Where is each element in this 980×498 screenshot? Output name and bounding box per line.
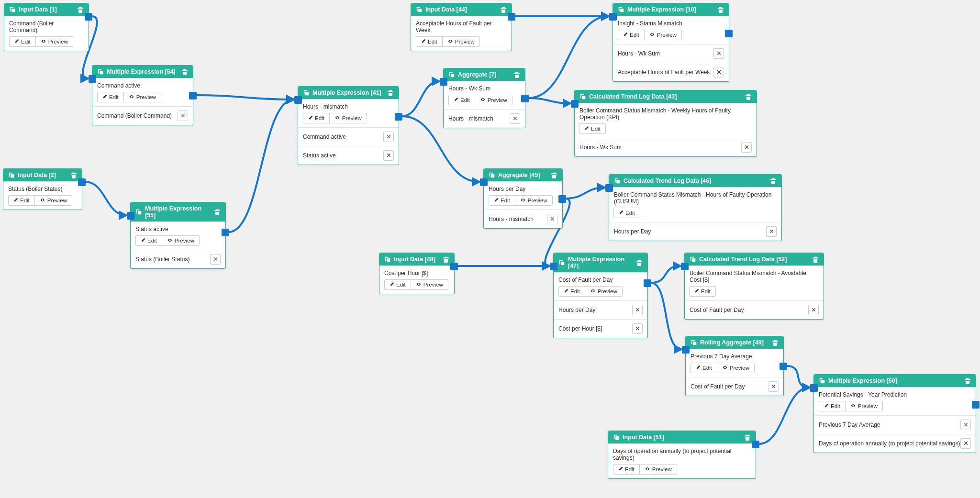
edit-button[interactable]: Edit [819,401,846,411]
node-header[interactable]: Input Data [44] [411,3,512,16]
edit-button[interactable]: Edit [613,208,640,218]
edit-button[interactable]: Edit [8,195,35,206]
node-n51[interactable]: Input Data [51]Days of operation annuall… [608,431,756,479]
connection-edge[interactable] [528,98,570,103]
connection-edge[interactable] [229,100,294,232]
edit-button[interactable]: Edit [303,113,330,123]
connection-edge[interactable] [402,81,439,116]
node-n41[interactable]: Multiple Expression [41]Hours - mismatch… [298,86,399,165]
remove-input-button[interactable] [632,305,643,315]
remove-input-button[interactable] [713,48,724,59]
connection-edge[interactable] [196,95,294,100]
node-header[interactable]: Input Data [2] [3,169,82,181]
remove-input-button[interactable] [383,132,394,142]
output-port[interactable] [725,30,733,37]
trash-icon[interactable] [745,93,752,100]
connection-edge[interactable] [566,188,605,199]
input-port[interactable] [440,78,447,86]
remove-input-button[interactable] [960,420,971,430]
input-port[interactable] [605,184,613,192]
preview-button[interactable]: Preview [717,363,755,373]
trash-icon[interactable] [77,6,84,13]
edit-button[interactable]: Edit [618,30,645,40]
output-port[interactable] [644,279,651,287]
edit-button[interactable]: Edit [613,464,640,475]
node-header[interactable]: Multiple Expression [54] [92,66,193,78]
node-n44[interactable]: Input Data [44]Acceptable Hours of Fault… [411,3,512,51]
trash-icon[interactable] [744,434,751,441]
connection-edge[interactable] [528,16,609,98]
remove-input-button[interactable] [766,226,777,237]
output-port[interactable] [558,195,566,203]
input-port[interactable] [571,100,579,108]
input-port[interactable] [682,346,690,354]
node-header[interactable]: Calculated Trend Log Data [52] [685,253,824,266]
node-n54[interactable]: Multiple Expression [54]Command activeEd… [92,65,193,125]
remove-input-button[interactable] [768,381,779,392]
node-n50[interactable]: Multiple Expression [50]Potential Saving… [813,374,976,453]
node-n43[interactable]: Calculated Trend Log Data [43]Boiler Com… [574,90,757,157]
trash-icon[interactable] [387,89,394,96]
trash-icon[interactable] [181,68,188,75]
trash-icon[interactable] [214,209,221,215]
preview-button[interactable]: Preview [475,95,512,105]
preview-button[interactable]: Preview [442,36,480,47]
node-n46[interactable]: Calculated Trend Log Data [46]Boiler Com… [609,174,782,241]
trash-icon[interactable] [513,71,520,78]
output-port[interactable] [78,178,86,186]
edit-button[interactable]: Edit [489,195,515,206]
trash-icon[interactable] [500,6,507,13]
output-port[interactable] [85,13,92,21]
preview-button[interactable]: Preview [585,286,623,297]
preview-button[interactable]: Preview [162,235,200,246]
remove-input-button[interactable] [808,305,819,315]
preview-button[interactable]: Preview [123,92,161,102]
preview-button[interactable]: Preview [639,464,677,475]
node-header[interactable]: Input Data [1] [4,3,89,16]
canvas[interactable]: Input Data [1]Command (Boiler Command)Ed… [0,0,980,498]
preview-button[interactable]: Preview [329,113,367,123]
edit-button[interactable]: Edit [579,123,606,134]
node-n1[interactable]: Input Data [1]Command (Boiler Command)Ed… [4,3,89,51]
node-header[interactable]: Multiple Expression [50] [814,375,976,387]
node-header[interactable]: Aggregate [45] [484,169,562,181]
node-n45[interactable]: Aggregate [45]Hours per DayEditPreviewHo… [483,168,563,229]
edit-button[interactable]: Edit [448,95,475,105]
output-port[interactable] [189,92,197,100]
edit-button[interactable]: Edit [689,286,716,297]
node-header[interactable]: Multiple Expression [10] [613,3,729,16]
node-header[interactable]: Input Data [51] [608,431,756,443]
node-n55[interactable]: Multiple Expression [55]Status activeEdi… [130,202,226,269]
trash-icon[interactable] [636,259,643,266]
preview-button[interactable]: Preview [845,401,883,411]
connection-edge[interactable] [787,366,810,387]
input-port[interactable] [89,75,96,83]
node-header[interactable]: Multiple Expression [47] [554,253,647,272]
input-port[interactable] [294,96,302,104]
node-n10[interactable]: Multiple Expression [10]Insight - Status… [612,3,729,82]
preview-button[interactable]: Preview [35,36,73,47]
node-n47[interactable]: Multiple Expression [47]Cost of Fault pe… [553,253,648,338]
edit-button[interactable]: Edit [384,279,411,290]
remove-input-button[interactable] [741,142,752,153]
preview-button[interactable]: Preview [34,195,72,206]
remove-input-button[interactable] [210,254,221,265]
trash-icon[interactable] [443,256,449,263]
edit-button[interactable]: Edit [416,36,443,47]
node-header[interactable]: Multiple Expression [55] [131,202,225,221]
trash-icon[interactable] [812,256,819,263]
remove-input-button[interactable] [547,214,557,224]
output-port[interactable] [508,13,515,21]
edit-button[interactable]: Edit [135,235,162,246]
node-n52[interactable]: Calculated Trend Log Data [52]Boiler Com… [684,253,824,320]
edit-button[interactable]: Edit [97,92,124,102]
connection-edge[interactable] [651,266,680,283]
output-port[interactable] [972,401,980,409]
node-header[interactable]: Multiple Expression [41] [298,87,399,99]
remove-input-button[interactable] [632,323,643,334]
node-header[interactable]: Rolling Aggregate [49] [686,336,783,349]
trash-icon[interactable] [964,377,971,384]
remove-input-button[interactable] [383,150,394,161]
input-port[interactable] [480,178,488,186]
output-port[interactable] [450,263,458,270]
